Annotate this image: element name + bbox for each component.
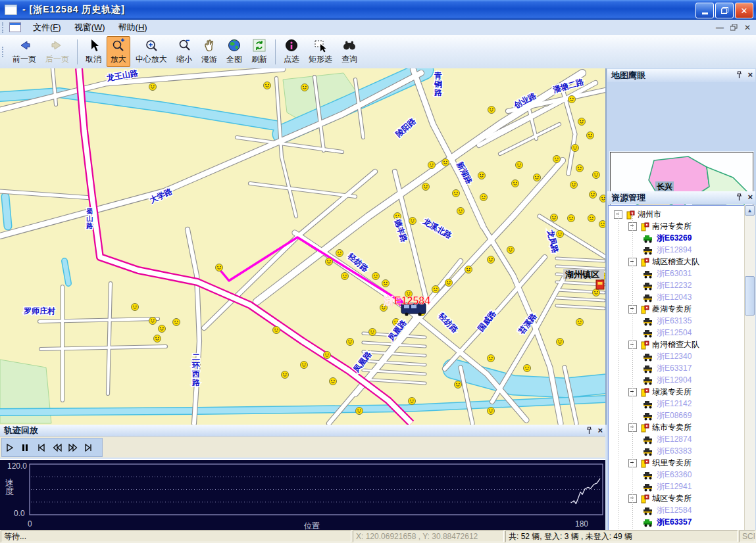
close-panel-icon[interactable]: × bbox=[747, 193, 753, 201]
poi-smiley-marker bbox=[588, 215, 595, 222]
poi-smiley-marker bbox=[173, 319, 180, 326]
minimize-button[interactable] bbox=[695, 3, 714, 18]
toolbar-button-取消[interactable]: 取消 bbox=[82, 36, 105, 67]
tree-node-南浔稽查大队[interactable]: 南浔稽查大队 bbox=[628, 339, 699, 350]
tree-guide-line bbox=[618, 212, 618, 540]
tree-vehicle-浙E12340[interactable]: 浙E12340 bbox=[643, 350, 692, 362]
menu-item-0[interactable]: 文件(F) bbox=[26, 20, 68, 35]
tree-vehicle-浙E12232[interactable]: 浙E12232 bbox=[643, 279, 692, 291]
poi-smiley-marker bbox=[273, 327, 280, 334]
poi-smiley-marker bbox=[568, 215, 575, 222]
organization-icon bbox=[640, 458, 649, 468]
playback-play-button[interactable] bbox=[3, 440, 17, 455]
tree-node-湖州市[interactable]: 湖州市 bbox=[614, 208, 661, 220]
poi-smiley-marker bbox=[159, 325, 166, 333]
tree-node-埭溪专卖所[interactable]: 埭溪专卖所 bbox=[628, 386, 692, 398]
playback-fast-forward-button[interactable] bbox=[66, 440, 80, 455]
poi-smiley-marker bbox=[442, 159, 449, 166]
vehicle-icon bbox=[643, 375, 654, 385]
poi-smiley-marker bbox=[578, 118, 586, 126]
poi-smiley-marker bbox=[341, 273, 349, 280]
menu-grip[interactable] bbox=[2, 22, 5, 33]
mdi-minimize-button[interactable]: — bbox=[716, 23, 724, 32]
restore-icon bbox=[721, 7, 728, 14]
rect-select-icon bbox=[313, 37, 328, 53]
step-end-icon bbox=[84, 443, 94, 452]
poi-smiley-marker bbox=[600, 195, 606, 202]
poi-smiley-marker bbox=[534, 174, 541, 181]
poi-smiley-marker bbox=[216, 264, 223, 272]
menu-item-2[interactable]: 帮助(H) bbox=[112, 20, 154, 35]
playback-pause-button[interactable] bbox=[18, 440, 33, 455]
playback-step-start-button[interactable] bbox=[34, 440, 49, 455]
tree-node-菱湖专卖所[interactable]: 菱湖专卖所 bbox=[628, 303, 692, 315]
close-panel-icon[interactable]: × bbox=[597, 426, 603, 435]
tree-vehicle-浙E63357[interactable]: 浙E63357 bbox=[643, 516, 692, 528]
menu-item-1[interactable]: 视窗(W) bbox=[68, 20, 112, 35]
poi-smiley-marker bbox=[557, 339, 564, 346]
tree-node-城区稽查大队[interactable]: 城区稽查大队 bbox=[628, 256, 699, 268]
tree-vehicle-浙E63031[interactable]: 浙E63031 bbox=[643, 268, 692, 279]
map-canvas[interactable]: 龙王山路青铜路潘塘二路创业路陵阳路新湖路大学路蜀山路罗师庄村德丰路龙溪北路轻纺路… bbox=[0, 68, 607, 425]
tree-vehicle-浙E12142[interactable]: 浙E12142 bbox=[643, 398, 692, 410]
tree-vehicle-浙E63383[interactable]: 浙E63383 bbox=[643, 445, 692, 457]
restore-button[interactable] bbox=[715, 3, 734, 18]
toolbar-button-查询[interactable]: 查询 bbox=[338, 36, 361, 67]
toolbar-button-刷新[interactable]: 刷新 bbox=[247, 36, 271, 67]
toolbar-button-点选[interactable]: 点选 bbox=[280, 36, 303, 67]
vehicle-icon bbox=[643, 233, 654, 243]
tree-vehicle-浙E08669[interactable]: 浙E08669 bbox=[643, 410, 692, 421]
eagle-eye-header: 地图鹰眼 × bbox=[607, 69, 755, 82]
organization-icon bbox=[625, 210, 635, 220]
tree-vehicle-浙E63135[interactable]: 浙E63135 bbox=[643, 315, 692, 327]
tree-node-城区专卖所[interactable]: 城区专卖所 bbox=[628, 492, 692, 504]
scrollbar-thumb[interactable] bbox=[745, 276, 755, 316]
playback-step-end-button[interactable] bbox=[82, 440, 96, 455]
tree-vehicle-浙E63317[interactable]: 浙E63317 bbox=[643, 362, 692, 374]
y-max-label: 120.0 bbox=[7, 461, 27, 471]
pin-icon[interactable] bbox=[586, 427, 592, 435]
tree-vehicle-浙E12584[interactable]: 浙E12584 bbox=[643, 504, 692, 516]
poi-smiley-marker bbox=[587, 132, 594, 139]
close-button[interactable]: ✕ bbox=[735, 3, 753, 18]
mdi-close-button[interactable]: ✕ bbox=[744, 23, 751, 32]
scroll-up-button[interactable]: ▲ bbox=[745, 205, 755, 216]
zoom-center-icon bbox=[143, 37, 159, 53]
vehicle-icon bbox=[643, 482, 654, 492]
tree-vehicle-浙E12894[interactable]: 浙E12894 bbox=[643, 244, 692, 256]
playback-header: 轨迹回放 × bbox=[0, 425, 605, 437]
toolbar-button-中心放大[interactable]: 中心放大 bbox=[132, 36, 171, 67]
close-panel-icon[interactable]: × bbox=[747, 70, 753, 79]
tree-vehicle-浙E63360[interactable]: 浙E63360 bbox=[643, 469, 692, 481]
poi-smiley-marker bbox=[432, 286, 440, 293]
tree-vehicle-浙E63269[interactable]: 浙E63269 bbox=[643, 232, 692, 244]
pin-icon[interactable] bbox=[736, 193, 742, 201]
title-bar: - [浙E12584 历史轨迹] ✕ bbox=[0, 0, 756, 20]
toolbar-button-矩形选[interactable]: 矩形选 bbox=[305, 36, 336, 67]
poi-smiley-marker bbox=[149, 318, 157, 325]
poi-smiley-marker bbox=[336, 250, 343, 257]
mdi-restore-button[interactable] bbox=[730, 24, 738, 31]
tree-node-练市专卖所[interactable]: 练市专卖所 bbox=[628, 421, 692, 433]
pin-icon[interactable] bbox=[736, 71, 742, 79]
organization-icon bbox=[640, 423, 649, 433]
playback-rewind-button[interactable] bbox=[50, 440, 64, 455]
toolbar-button-放大[interactable]: 放大 bbox=[107, 36, 130, 67]
poi-smiley-marker bbox=[356, 408, 363, 415]
tree-node-南浔专卖所[interactable]: 南浔专卖所 bbox=[628, 220, 692, 232]
toolbar-button-全图[interactable]: 全图 bbox=[222, 36, 246, 67]
tree-scrollbar[interactable]: ▲ ▼ bbox=[744, 205, 755, 543]
toolbar-grip[interactable] bbox=[2, 47, 5, 57]
tree-node-织里专卖所[interactable]: 织里专卖所 bbox=[628, 457, 692, 469]
tree-vehicle-浙E12043[interactable]: 浙E12043 bbox=[643, 291, 692, 303]
poi-smiley-marker bbox=[149, 83, 157, 91]
toolbar-button-前一页[interactable]: 前一页 bbox=[9, 36, 40, 67]
tree-vehicle-浙E12874[interactable]: 浙E12874 bbox=[643, 433, 692, 445]
tree-vehicle-浙E12941[interactable]: 浙E12941 bbox=[643, 481, 692, 492]
tree-vehicle-浙E12904[interactable]: 浙E12904 bbox=[643, 374, 692, 386]
tree-vehicle-浙E12504[interactable]: 浙E12504 bbox=[643, 327, 692, 339]
poi-smiley-marker bbox=[488, 106, 495, 114]
toolbar-button-漫游[interactable]: 漫游 bbox=[197, 36, 221, 67]
toolbar-button-缩小[interactable]: 缩小 bbox=[172, 36, 196, 67]
vehicle-icon bbox=[643, 446, 654, 456]
